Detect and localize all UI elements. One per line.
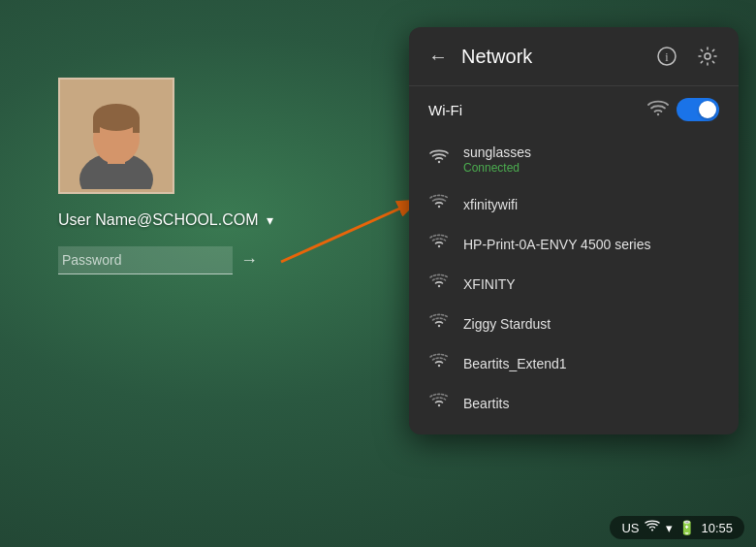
- network-name: Beartits: [463, 396, 509, 411]
- wifi-label: Wi-Fi: [428, 102, 462, 118]
- wifi-icon: [428, 393, 450, 413]
- submit-arrow-button[interactable]: →: [233, 246, 266, 274]
- network-name: Beartits_Extend1: [463, 356, 567, 371]
- svg-point-16: [438, 285, 440, 287]
- svg-point-15: [438, 245, 440, 247]
- svg-point-20: [651, 530, 653, 531]
- wifi-icon: [428, 149, 450, 170]
- network-name: Ziggy Stardust: [463, 316, 551, 332]
- network-name: sunglasses: [463, 145, 531, 160]
- wifi-icon: [428, 194, 450, 214]
- wifi-signal-icon: [647, 99, 669, 120]
- taskbar-wifi-dropdown[interactable]: ▾: [666, 521, 673, 535]
- taskbar-time: 10:55: [701, 521, 733, 535]
- svg-point-11: [705, 53, 710, 59]
- wifi-section-header: Wi-Fi: [409, 86, 739, 131]
- svg-point-18: [438, 365, 440, 367]
- network-item[interactable]: Ziggy Stardust: [409, 304, 739, 343]
- network-info: HP-Print-0A-ENVY 4500 series: [463, 237, 650, 252]
- panel-header: ← Network i: [409, 27, 739, 86]
- wifi-icon: [428, 234, 450, 254]
- avatar: [58, 78, 174, 194]
- network-item[interactable]: sunglasses Connected: [409, 135, 739, 184]
- svg-point-14: [438, 206, 440, 208]
- settings-icon-button[interactable]: [692, 41, 723, 72]
- wifi-icon: [428, 353, 450, 373]
- wifi-toggle[interactable]: [677, 98, 719, 121]
- login-area: User Name@SCHOOL.COM ▾ →: [58, 78, 273, 274]
- svg-point-12: [657, 113, 659, 115]
- network-item[interactable]: HP-Print-0A-ENVY 4500 series: [409, 224, 739, 264]
- taskbar-wifi-icon: [645, 520, 660, 535]
- network-item[interactable]: xfinitywifi: [409, 184, 739, 224]
- taskbar: US ▾ 🔋 10:55: [610, 516, 744, 539]
- svg-point-4: [93, 104, 140, 131]
- wifi-icon: [428, 313, 450, 334]
- wifi-controls: [647, 98, 719, 121]
- network-info: xfinitywifi: [463, 197, 518, 212]
- info-icon-button[interactable]: i: [651, 41, 682, 72]
- svg-text:i: i: [665, 50, 669, 64]
- svg-point-19: [438, 404, 440, 406]
- svg-point-17: [438, 325, 440, 327]
- avatar-image: [63, 82, 170, 189]
- panel-title: Network: [461, 46, 642, 68]
- svg-point-13: [438, 161, 440, 163]
- taskbar-battery-icon: 🔋: [678, 520, 695, 535]
- network-item[interactable]: Beartits: [409, 383, 739, 423]
- network-list: sunglasses Connected xfinitywifi: [409, 131, 739, 434]
- network-item[interactable]: XFINITY: [409, 264, 739, 304]
- back-button[interactable]: ←: [425, 43, 452, 70]
- network-panel: ← Network i Wi-Fi: [409, 27, 739, 434]
- username-row[interactable]: User Name@SCHOOL.COM ▾: [58, 211, 273, 229]
- username-label: User Name@SCHOOL.COM: [58, 211, 259, 229]
- network-info: XFINITY: [463, 276, 516, 292]
- password-input[interactable]: [58, 246, 233, 274]
- network-info: Beartits: [463, 396, 509, 411]
- svg-rect-6: [133, 117, 140, 133]
- network-name: XFINITY: [463, 276, 516, 292]
- network-info: Beartits_Extend1: [463, 356, 567, 371]
- wifi-icon: [428, 274, 450, 294]
- network-name: HP-Print-0A-ENVY 4500 series: [463, 237, 650, 252]
- password-row: →: [58, 246, 271, 274]
- network-status: Connected: [463, 161, 531, 175]
- network-item[interactable]: Beartits_Extend1: [409, 343, 739, 383]
- network-name: xfinitywifi: [463, 197, 518, 212]
- username-dropdown-icon[interactable]: ▾: [267, 212, 273, 228]
- network-info: sunglasses Connected: [463, 145, 531, 175]
- taskbar-region: US: [621, 521, 639, 535]
- network-info: Ziggy Stardust: [463, 316, 551, 332]
- svg-rect-5: [93, 117, 100, 133]
